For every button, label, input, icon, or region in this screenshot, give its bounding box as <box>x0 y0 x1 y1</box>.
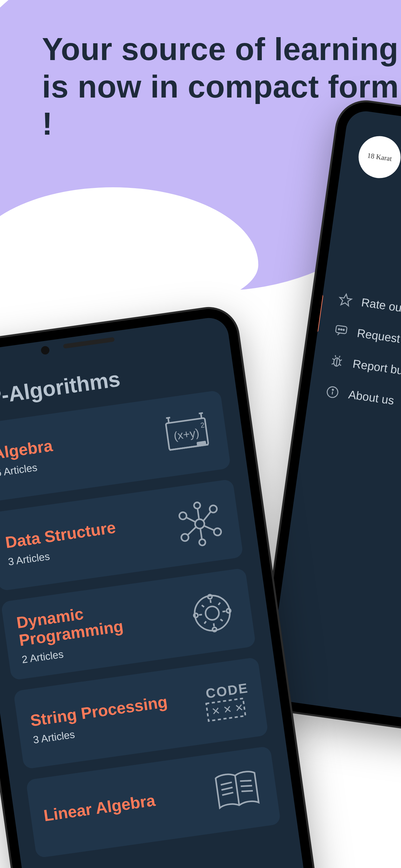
svg-line-40 <box>235 776 239 805</box>
phone-screen-main: CP-Algorithms Algebra 6 Articles (x+y) 2 <box>0 315 309 868</box>
bug-icon <box>329 353 345 369</box>
svg-point-23 <box>194 502 201 509</box>
svg-point-34 <box>212 627 217 631</box>
svg-line-44 <box>240 779 251 782</box>
svg-point-22 <box>213 528 221 536</box>
svg-line-43 <box>222 793 234 795</box>
svg-text:2: 2 <box>200 421 205 429</box>
svg-marker-0 <box>339 293 352 306</box>
topic-title: Linear Algebra <box>42 783 213 825</box>
svg-line-14 <box>199 413 203 414</box>
svg-point-4 <box>343 330 344 331</box>
svg-point-33 <box>208 594 212 599</box>
svg-point-3 <box>341 329 342 330</box>
app-content: CP-Algorithms Algebra 6 Articles (x+y) 2 <box>0 315 297 861</box>
svg-line-41 <box>220 782 232 785</box>
svg-line-26 <box>201 529 202 539</box>
code-icon: CODE ✕✕✕ <box>196 673 254 732</box>
svg-point-32 <box>205 606 220 621</box>
svg-line-13 <box>166 417 170 418</box>
phone-frame-main: CP-Algorithms Algebra 6 Articles (x+y) 2 <box>0 305 319 868</box>
svg-point-24 <box>199 539 206 546</box>
menu-item-label: Rate our app <box>361 296 401 318</box>
svg-line-10 <box>169 445 208 450</box>
svg-line-42 <box>221 787 233 790</box>
svg-line-7 <box>332 392 333 395</box>
chat-icon <box>333 322 349 339</box>
svg-point-2 <box>338 329 340 330</box>
svg-line-25 <box>197 508 199 519</box>
svg-line-27 <box>186 516 195 523</box>
svg-text:✕✕✕: ✕✕✕ <box>211 701 248 717</box>
svg-point-31 <box>192 593 232 633</box>
menu-item-label: Request a feature <box>356 326 401 352</box>
svg-point-36 <box>226 609 231 613</box>
svg-line-45 <box>241 785 252 787</box>
menu-item-label: Report bug <box>352 357 401 378</box>
svg-point-35 <box>193 613 198 617</box>
gear-icon <box>183 584 242 642</box>
svg-line-11 <box>168 418 169 423</box>
svg-line-12 <box>201 413 202 418</box>
menu-item-about[interactable]: About us <box>323 376 401 441</box>
svg-line-28 <box>203 512 212 521</box>
menu-item-label: About us <box>347 388 395 407</box>
svg-line-46 <box>242 790 253 793</box>
avatar-label: 18 Karat <box>367 151 392 163</box>
svg-point-20 <box>209 505 217 513</box>
info-icon <box>325 384 341 400</box>
svg-line-29 <box>187 527 197 535</box>
svg-point-19 <box>179 512 187 520</box>
svg-line-30 <box>204 525 214 531</box>
svg-text:(x+y): (x+y) <box>173 426 200 442</box>
algebra-icon: (x+y) 2 <box>158 406 216 464</box>
star-icon <box>337 292 353 308</box>
avatar[interactable]: 18 Karat <box>356 133 401 181</box>
drawer-accent-bar <box>313 294 323 333</box>
book-icon <box>208 762 266 820</box>
svg-point-8 <box>332 389 334 391</box>
graph-icon <box>171 495 229 553</box>
